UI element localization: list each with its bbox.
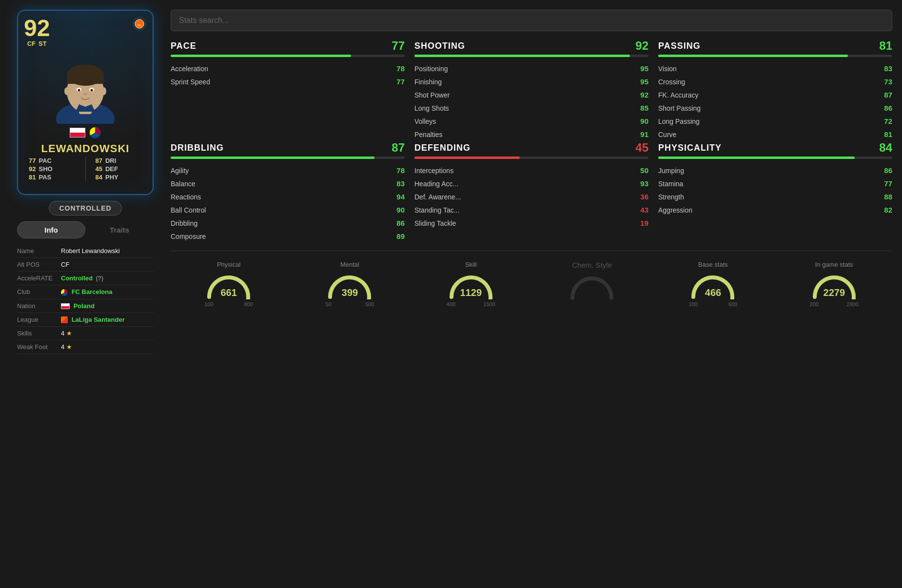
gauge-label-text: Skill bbox=[465, 261, 477, 268]
svg-point-12 bbox=[101, 87, 106, 95]
gauge-value: 2279 bbox=[824, 287, 845, 298]
gauge-wrapper: 1129 bbox=[447, 270, 495, 299]
right-panel: Stats search... PACE 77 Acceleration 78 … bbox=[171, 10, 892, 312]
stat-item-name: Penalties bbox=[414, 131, 443, 138]
stat-cat-name-passing: PASSING bbox=[658, 41, 701, 51]
stat-category-pace: PACE 77 Acceleration 78 Sprint Speed 77 bbox=[171, 39, 405, 141]
stat-item-name: Balance bbox=[171, 180, 196, 188]
player-card: 92 CF ST LL bbox=[17, 10, 154, 195]
stat-item-row: Agility 78 bbox=[171, 164, 405, 177]
stat-item-val: 85 bbox=[640, 104, 648, 112]
info-value-accelrate: Controlled (?) bbox=[61, 274, 103, 282]
stat-item-val: 78 bbox=[396, 64, 405, 73]
stat-cat-val-physicality: 84 bbox=[879, 141, 892, 155]
stat-item-name: Curve bbox=[658, 131, 676, 138]
info-value-nation: Poland bbox=[61, 302, 95, 310]
stat-item-val: 95 bbox=[640, 78, 648, 86]
stat-item-name: FK. Accuracy bbox=[658, 91, 698, 99]
gauge-empty bbox=[568, 271, 616, 300]
stat-item-val: 43 bbox=[640, 206, 648, 214]
stat-item-name: Composure bbox=[171, 233, 206, 240]
gauge-item-chem.-style: Chem. Style bbox=[568, 261, 616, 300]
gauge-value: 399 bbox=[342, 287, 358, 298]
gauge-max: 500 bbox=[365, 301, 374, 307]
card-top-row: 92 CF ST LL bbox=[24, 17, 147, 47]
card-positions: CF ST bbox=[27, 40, 47, 47]
stat-item-name: Jumping bbox=[658, 167, 684, 175]
gauge-label-text: Mental bbox=[340, 261, 359, 268]
gauge-range: 400 1500 bbox=[447, 301, 495, 307]
flags-row bbox=[70, 127, 101, 138]
gauge-value: 466 bbox=[705, 287, 721, 298]
gauge-min: 200 bbox=[810, 301, 819, 307]
stat-item-val: 78 bbox=[396, 166, 405, 175]
stat-item-val: 50 bbox=[640, 166, 648, 175]
stat-bar-container-shooting bbox=[414, 55, 648, 57]
stat-item-val: 91 bbox=[640, 130, 648, 138]
league-logo-icon: LL bbox=[132, 17, 147, 31]
stat-item-row: Composure 89 bbox=[171, 230, 405, 243]
stat-item-val: 90 bbox=[396, 206, 405, 214]
card-stat-dri: 87 DRI bbox=[96, 157, 142, 164]
poland-flag-icon bbox=[70, 128, 85, 137]
stat-category-shooting: SHOOTING 92 Positioning 95 Finishing 95 … bbox=[414, 39, 648, 141]
stat-item-name: Aggression bbox=[658, 206, 692, 214]
stat-item-val: 81 bbox=[884, 130, 892, 138]
gauge-item-in-game-stats: In game stats 2279 200 2800 bbox=[810, 261, 859, 307]
stats-search[interactable]: Stats search... bbox=[171, 10, 892, 31]
gauge-range: 100 600 bbox=[688, 301, 737, 307]
stat-bar-container-dribbling bbox=[171, 157, 405, 159]
stat-item-row: Aggression 82 bbox=[658, 203, 892, 216]
stat-item-val: 89 bbox=[396, 232, 405, 240]
info-value-skills: 4 ★ bbox=[61, 330, 72, 337]
stat-item-name: Heading Acc... bbox=[414, 180, 458, 188]
gauge-max: 1500 bbox=[483, 301, 495, 307]
stat-cat-val-dribbling: 87 bbox=[392, 141, 405, 155]
info-row-accelrate: AcceleRATE Controlled (?) bbox=[17, 272, 154, 285]
card-stat-sho: 92 SHO bbox=[29, 165, 76, 173]
stat-item-row: Volleys 90 bbox=[414, 115, 648, 128]
stat-item-val: 77 bbox=[396, 78, 405, 86]
league-icon bbox=[61, 316, 68, 323]
info-label-name: Name bbox=[17, 247, 56, 255]
stat-item-name: Sliding Tackle bbox=[414, 219, 456, 227]
info-row-skills: Skills 4 ★ bbox=[17, 327, 154, 340]
stat-item-val: 19 bbox=[640, 219, 648, 227]
stat-item-val: 86 bbox=[884, 166, 892, 175]
stat-item-row: Penalties 91 bbox=[414, 128, 648, 141]
stat-item-name: Acceleration bbox=[171, 65, 208, 73]
stats-grid: PACE 77 Acceleration 78 Sprint Speed 77 … bbox=[171, 39, 892, 251]
card-stat-pac: 77 PAC bbox=[29, 157, 76, 164]
stat-cat-val-passing: 81 bbox=[879, 39, 892, 53]
stat-item-val: 83 bbox=[884, 64, 892, 73]
gauge-wrapper: 2279 bbox=[810, 270, 859, 299]
gauge-label-chem: Chem. Style bbox=[572, 261, 612, 269]
stat-item-row: Vision 83 bbox=[658, 62, 892, 75]
tab-info[interactable]: Info bbox=[17, 221, 85, 238]
stat-item-name: Dribbling bbox=[171, 219, 197, 227]
gauge-max: 800 bbox=[244, 301, 253, 307]
gauge-min: 100 bbox=[204, 301, 213, 307]
info-value-name: Robert Lewandowski bbox=[61, 247, 120, 255]
svg-point-9 bbox=[78, 89, 80, 92]
stat-item-row: Sliding Tackle 19 bbox=[414, 216, 648, 230]
stat-item-row: Balance 83 bbox=[171, 177, 405, 190]
stat-item-name: Volleys bbox=[414, 118, 436, 125]
stat-bar-pace bbox=[171, 55, 351, 57]
stat-item-name: Short Passing bbox=[658, 104, 701, 112]
svg-point-10 bbox=[91, 89, 93, 92]
gauge-value: 1129 bbox=[460, 287, 482, 298]
stat-item-name: Crossing bbox=[658, 78, 685, 86]
left-panel: 92 CF ST LL bbox=[10, 10, 161, 354]
stat-item-row: Strength 88 bbox=[658, 190, 892, 203]
gauges-section: Physical 661 100 800 Mental 399 bbox=[171, 251, 892, 312]
stat-item-val: 73 bbox=[884, 78, 892, 86]
stat-item-val: 87 bbox=[884, 91, 892, 99]
stat-cat-val-defending: 45 bbox=[635, 141, 648, 155]
stat-item-name: Ball Control bbox=[171, 206, 206, 214]
gauge-max: 600 bbox=[728, 301, 737, 307]
tab-traits[interactable]: Traits bbox=[85, 221, 154, 238]
stat-item-row: Sprint Speed 77 bbox=[171, 75, 405, 88]
info-label-altpos: Alt POS bbox=[17, 261, 56, 268]
stat-bar-container-pace bbox=[171, 55, 405, 57]
